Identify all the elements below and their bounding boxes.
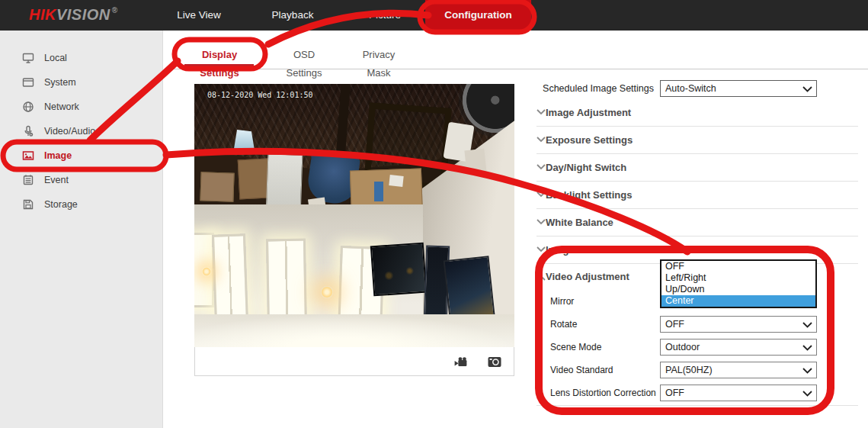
- hikvision-config-page: HIKVISION® Live View Playback Picture Co…: [0, 0, 868, 428]
- hanging-cloth: [464, 149, 486, 175]
- sidebar-label: Image: [44, 143, 72, 168]
- storage-icon: [22, 198, 34, 211]
- sidebar-item-event[interactable]: Event: [0, 168, 162, 192]
- chevron-down-icon: [536, 246, 546, 253]
- snapshot-icon[interactable]: [488, 356, 501, 368]
- mirror-option-up-down[interactable]: Up/Down: [661, 284, 815, 295]
- chevron-up-icon: [536, 275, 546, 281]
- lens-distortion-correction-label: Lens Distortion Correction: [550, 385, 656, 401]
- tab-display-settings[interactable]: Display Settings: [184, 46, 255, 64]
- record-video-icon[interactable]: [454, 357, 469, 367]
- event-icon: [22, 174, 34, 186]
- active-tab-underline: [184, 64, 254, 66]
- sidebar-item-image[interactable]: Image: [0, 143, 162, 168]
- section-exposure-settings[interactable]: Exposure Settings: [546, 133, 633, 148]
- scene-mode-select[interactable]: Outdoor: [660, 339, 817, 356]
- preview-toolbar: [194, 347, 514, 376]
- hikvision-logo: HIKVISION®: [29, 6, 118, 24]
- window-icon: [22, 76, 34, 88]
- chevron-down-icon: [802, 86, 812, 92]
- lens-distortion-correction-select[interactable]: OFF: [660, 385, 817, 401]
- window: [212, 233, 248, 324]
- section-image-enhancement[interactable]: Image Enhancement: [546, 243, 642, 258]
- tools-blue: [374, 182, 383, 201]
- sidebar-item-local[interactable]: Local: [0, 46, 162, 70]
- lens-distortion-correction-value: OFF: [665, 388, 684, 398]
- monitor-icon: [22, 52, 34, 64]
- cardboard-box: [200, 172, 234, 202]
- sidebar-label: Storage: [44, 192, 78, 217]
- section-backlight-settings[interactable]: Backlight Settings: [546, 188, 632, 203]
- mirror-option-left-right[interactable]: Left/Right: [661, 272, 815, 284]
- sidebar-item-storage[interactable]: Storage: [0, 192, 162, 217]
- sidebar-item-system[interactable]: System: [0, 70, 162, 95]
- skylight: [234, 130, 255, 150]
- section-divider: [536, 405, 858, 406]
- scheduled-image-settings-label: Scheduled Image Settings: [533, 80, 654, 97]
- wall-lamp: [202, 267, 211, 276]
- section-white-balance[interactable]: White Balance: [546, 215, 613, 230]
- sidebar-item-network[interactable]: Network: [0, 95, 162, 119]
- tab-osd-settings[interactable]: OSD Settings: [277, 46, 332, 64]
- chevron-down-icon: [536, 219, 546, 225]
- nav-playback[interactable]: Playback: [247, 0, 338, 31]
- sidebar-item-video-audio[interactable]: Video/Audio: [0, 119, 162, 143]
- mirror-option-center[interactable]: Center: [661, 295, 815, 307]
- image-icon: [22, 150, 34, 162]
- section-divider: [536, 208, 858, 209]
- sidebar-label: Event: [44, 168, 69, 192]
- mirror-label: Mirror: [550, 293, 574, 310]
- tab-privacy-mask[interactable]: Privacy Mask: [351, 46, 406, 64]
- microphone-icon: [22, 125, 34, 137]
- section-divider: [536, 126, 858, 127]
- scheduled-image-settings-value: Auto-Switch: [665, 83, 716, 94]
- scene-mode-label: Scene Mode: [550, 339, 601, 356]
- nav-live-view[interactable]: Live View: [153, 0, 245, 31]
- section-divider: [536, 236, 858, 237]
- globe-icon: [22, 101, 34, 113]
- rotate-label: Rotate: [550, 316, 577, 333]
- camera-preview: 2305 08-12-2020 Wed 12:01:50: [194, 84, 514, 347]
- video-standard-label: Video Standard: [550, 362, 613, 378]
- nav-configuration[interactable]: Configuration: [425, 0, 531, 31]
- top-bar: HIKVISION® Live View Playback Picture Co…: [0, 0, 868, 31]
- chevron-down-icon: [802, 391, 812, 397]
- tab-divider: [174, 69, 868, 69]
- scheduled-image-settings-select[interactable]: Auto-Switch: [660, 80, 817, 97]
- section-divider: [536, 153, 858, 154]
- osd-timestamp: 08-12-2020 Wed 12:01:50: [207, 91, 312, 99]
- nav-picture[interactable]: Picture: [339, 0, 431, 31]
- chevron-down-icon: [802, 368, 812, 374]
- chevron-down-icon: [536, 109, 546, 115]
- section-divider: [536, 181, 858, 182]
- video-standard-select[interactable]: PAL(50HZ): [660, 362, 817, 378]
- scene-mode-value: Outdoor: [665, 342, 700, 352]
- sidebar-label: Local: [44, 46, 67, 70]
- mirror-option-off[interactable]: OFF: [661, 261, 815, 272]
- tv-screen: [370, 243, 427, 297]
- logo-vision: VISION: [56, 6, 111, 23]
- rotate-select[interactable]: OFF: [660, 316, 817, 333]
- chevron-down-icon: [802, 345, 812, 351]
- section-image-adjustment[interactable]: Image Adjustment: [546, 105, 631, 121]
- logo-hik: HIK: [29, 6, 56, 23]
- floor: [194, 314, 514, 347]
- mirror-dropdown-list: OFF Left/Right Up/Down Center: [660, 259, 817, 308]
- registered-mark: ®: [112, 6, 118, 14]
- wall-lamp: [321, 286, 333, 298]
- sidebar-label: System: [44, 70, 76, 95]
- section-day-night-switch[interactable]: Day/Night Switch: [546, 160, 626, 175]
- sidebar-label: Network: [44, 95, 79, 119]
- sidebar: Local System Network Video/Audio Image E…: [0, 31, 163, 428]
- section-video-adjustment[interactable]: Video Adjustment: [546, 269, 629, 285]
- chevron-down-icon: [536, 164, 546, 170]
- chevron-down-icon: [536, 137, 546, 143]
- rotate-value: OFF: [665, 319, 684, 330]
- sidebar-label: Video/Audio: [44, 119, 95, 143]
- chevron-down-icon: [536, 191, 546, 198]
- chevron-down-icon: [802, 322, 812, 328]
- tools-white: [389, 175, 403, 187]
- video-standard-value: PAL(50HZ): [665, 365, 713, 375]
